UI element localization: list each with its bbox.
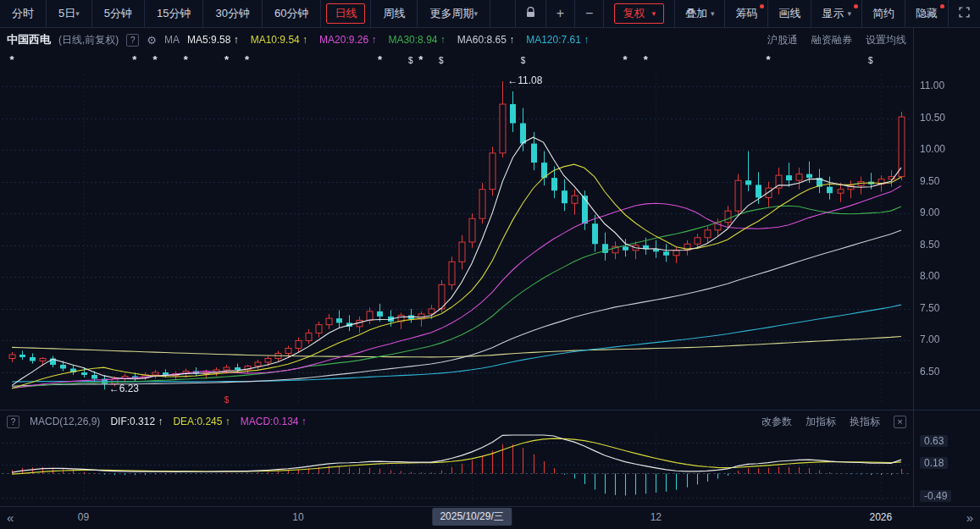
tool-label: − (585, 6, 593, 21)
dividend-marker: $ (868, 57, 873, 65)
period-toolbar: 分时5日5分钟15分钟30分钟60分钟日线周线更多周期 +−复权叠加筹码画线显示… (0, 0, 980, 28)
price-axis-label: 8.00 (920, 270, 939, 282)
simple-button[interactable]: 简约 (861, 0, 905, 27)
price-chart-canvas[interactable] (0, 0, 980, 529)
date-label: 2026 (869, 511, 892, 523)
next-page-button[interactable]: » (966, 510, 973, 525)
price-axis-label: 8.50 (920, 239, 939, 251)
chart-header: 中国西电 (日线,前复权) ? ⚙ MA MA5:9.58 ↑MA10:9.54… (0, 28, 913, 52)
hide-button[interactable]: 隐藏 (905, 0, 948, 27)
event-marker: * (132, 54, 136, 65)
price-axis-label: 6.50 (920, 366, 939, 377)
tab-label: 5分钟 (104, 6, 132, 21)
chevron-down-icon (711, 9, 715, 18)
tab-label: 日线 (326, 3, 365, 24)
fullscreen-icon[interactable] (948, 0, 980, 27)
margin-trading-link[interactable]: 融资融券 (811, 33, 852, 47)
date-label: 09 (78, 511, 89, 523)
macd-links: 改参数 加指标 换指标 × (761, 415, 906, 429)
tab-intraday[interactable]: 分时 (0, 0, 47, 27)
lock-icon[interactable] (515, 0, 545, 27)
event-marker: * (152, 54, 157, 65)
price-axis-label: 9.50 (920, 175, 939, 187)
zoom-out-button[interactable]: − (574, 0, 603, 27)
edit-params-link[interactable]: 改参数 (761, 415, 792, 429)
tab-label: 分时 (12, 6, 34, 21)
ma60-value: MA60:8.65 ↑ (457, 34, 514, 46)
stock-chart-app: 分时5日5分钟15分钟30分钟60分钟日线周线更多周期 +−复权叠加筹码画线显示… (0, 0, 980, 529)
tool-label: 叠加 (685, 6, 707, 21)
ma-prefix-label: MA (164, 34, 180, 46)
macd-axis-label: 0.63 (920, 435, 948, 447)
help-icon[interactable]: ? (126, 34, 139, 47)
tab-5day[interactable]: 5日 (47, 0, 92, 27)
stock-name: 中国西电 (7, 32, 51, 47)
tool-label: 显示 (822, 6, 844, 21)
display-button[interactable]: 显示 (811, 0, 861, 27)
period-tabs: 分时5日5分钟15分钟30分钟60分钟日线周线更多周期 (0, 0, 490, 27)
tab-label: 15分钟 (157, 6, 191, 21)
shanghai-connect-link[interactable]: 沪股通 (767, 33, 798, 47)
event-marker: * (378, 54, 382, 65)
macd-axis-label: 0.18 (920, 457, 948, 469)
price-axis-label: 7.50 (920, 302, 939, 314)
chart-tools: +−复权叠加筹码画线显示简约隐藏 (515, 0, 980, 27)
tool-label: 隐藏 (916, 6, 938, 21)
event-marker: * (245, 54, 249, 65)
price-axis-label: 9.00 (920, 207, 939, 218)
date-label: 12 (651, 511, 662, 523)
dividend-marker: $ (521, 57, 526, 65)
macd-help-icon[interactable]: ? (7, 416, 19, 428)
dea-value: DEA:0.245 ↑ (173, 416, 230, 427)
tool-label: + (556, 6, 564, 21)
chips-button[interactable]: 筹码 (724, 0, 767, 27)
settings-gear-icon[interactable]: ⚙ (147, 34, 157, 47)
price-low-annotation: ←6.23 (109, 383, 139, 394)
macd-header: ? MACD(12,26,9) DIF:0.312 ↑ DEA:0.245 ↑ … (0, 411, 913, 432)
price-axis-label: 10.00 (920, 143, 945, 155)
ma5-value: MA5:9.58 ↑ (187, 34, 239, 46)
tab-5min[interactable]: 5分钟 (92, 0, 145, 27)
tab-label: 更多周期 (429, 6, 473, 21)
tab-30min[interactable]: 30分钟 (203, 0, 262, 27)
zoom-in-button[interactable]: + (545, 0, 574, 27)
dividend-marker: $ (408, 57, 413, 65)
tool-label: 复权 (614, 3, 664, 24)
macd-title[interactable]: MACD(12,26,9) (30, 416, 100, 427)
ma120-value: MA120:7.61 ↑ (526, 34, 589, 46)
chart-mode-label: (日线,前复权) (58, 33, 119, 47)
price-axis-label: 7.00 (920, 333, 939, 345)
tab-more-periods[interactable]: 更多周期 (418, 0, 490, 27)
macd-close-icon[interactable]: × (894, 416, 906, 428)
ma20-value: MA20:9.26 ↑ (319, 34, 376, 46)
price-axis-label: 10.50 (920, 112, 945, 124)
prev-page-button[interactable]: « (7, 510, 14, 525)
dividend-marker: $ (439, 57, 444, 65)
chevron-down-icon (651, 9, 656, 18)
chevron-down-icon (473, 9, 478, 18)
tab-label: 60分钟 (274, 6, 308, 21)
ma-settings-link[interactable]: 设置均线 (866, 33, 906, 47)
tab-weekly[interactable]: 周线 (371, 0, 418, 27)
price-axis-label: 11.00 (920, 80, 944, 91)
event-marker: * (10, 54, 14, 65)
overlay-button[interactable]: 叠加 (674, 0, 725, 27)
tab-15min[interactable]: 15分钟 (145, 0, 203, 27)
tool-label: 简约 (872, 6, 894, 21)
tab-60min[interactable]: 60分钟 (263, 0, 321, 27)
ma10-value: MA10:9.54 ↑ (251, 34, 307, 46)
switch-indicator-link[interactable]: 换指标 (850, 415, 880, 429)
fullscreen-icon (959, 7, 970, 20)
tool-label: 画线 (778, 6, 800, 21)
tool-label: 筹码 (735, 6, 757, 21)
event-marker: * (623, 54, 628, 65)
chevron-down-icon (75, 9, 80, 18)
current-date-label: 2025/10/29/三 (432, 508, 511, 526)
header-links: 沪股通 融资融券 设置均线 (767, 33, 906, 47)
add-indicator-link[interactable]: 加指标 (806, 415, 836, 429)
tab-daily[interactable]: 日线 (321, 0, 371, 27)
macd-value: MACD:0.134 ↑ (241, 416, 307, 427)
draw-line-button[interactable]: 画线 (767, 0, 811, 27)
adjust-button[interactable]: 复权 (603, 0, 674, 27)
event-marker: * (767, 54, 771, 65)
